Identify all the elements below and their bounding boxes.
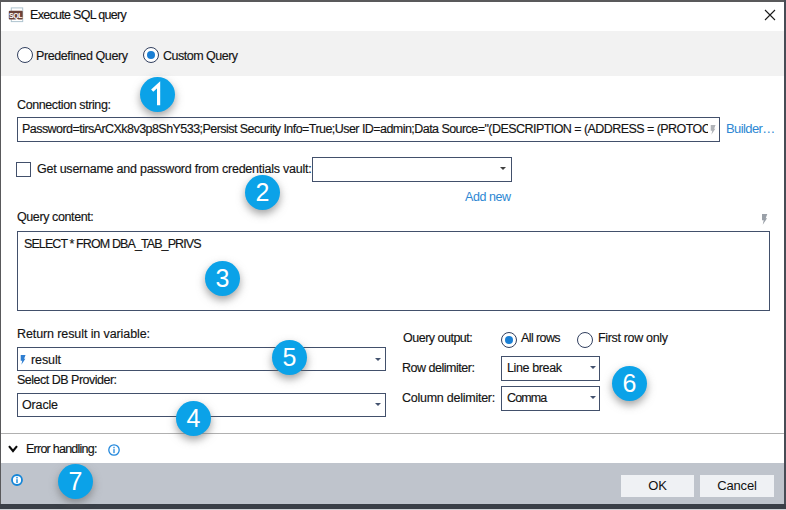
svg-text:SQL: SQL [9, 12, 23, 20]
